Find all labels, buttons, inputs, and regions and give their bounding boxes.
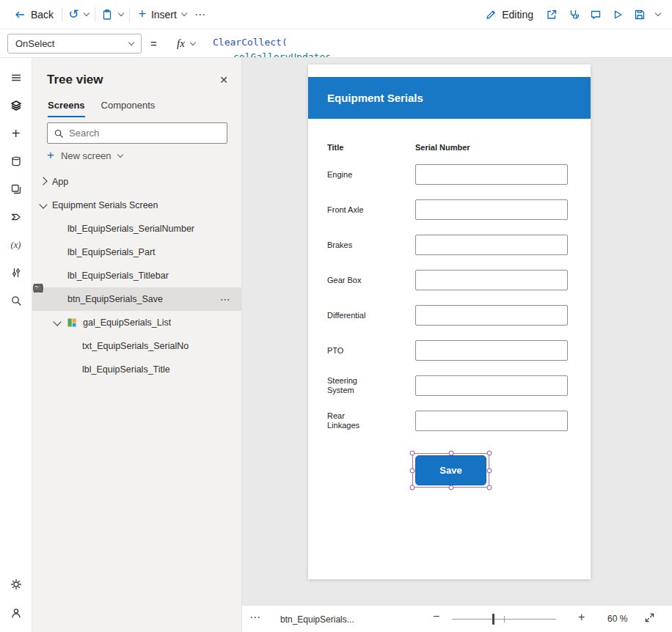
chevron-down-icon xyxy=(117,152,123,158)
gallery-row: Rear Linkages xyxy=(308,411,591,446)
selection-handle[interactable] xyxy=(448,485,453,490)
undo-dropdown-button[interactable] xyxy=(81,10,92,19)
serial-number-input[interactable] xyxy=(415,270,568,290)
selection-handle[interactable] xyxy=(487,468,492,473)
comments-button[interactable] xyxy=(587,5,605,24)
save-app-button[interactable] xyxy=(631,5,649,24)
fit-to-window-button[interactable] xyxy=(644,612,655,623)
advanced-tools-button[interactable] xyxy=(3,259,29,287)
tree-search-box xyxy=(47,122,227,144)
back-button[interactable]: Back xyxy=(9,5,59,24)
tree-item-label: App xyxy=(52,177,68,187)
more-commands-button[interactable]: ⋯ xyxy=(191,5,209,23)
selection-handle[interactable] xyxy=(487,485,492,490)
tree-item-screen[interactable]: Equipment Serials Screen xyxy=(32,194,241,217)
tree-item-label-serialnumber[interactable]: lbl_EquipSerials_SerialNumber xyxy=(32,217,241,240)
titlebar-label[interactable]: Equipment Serials xyxy=(308,77,591,119)
save-button[interactable]: Save xyxy=(415,455,486,485)
part-title-label[interactable]: Rear Linkages xyxy=(327,411,371,431)
part-title-label[interactable]: PTO xyxy=(327,340,371,361)
tree-item-label-part[interactable]: lbl_EquipSerials_Part xyxy=(32,240,241,264)
zoom-slider-handle[interactable] xyxy=(492,614,494,625)
selection-handle[interactable] xyxy=(487,451,492,456)
power-automate-button[interactable] xyxy=(3,203,29,231)
item-more-icon[interactable]: ⋯ xyxy=(220,293,241,305)
serial-number-input[interactable] xyxy=(415,411,568,431)
insert-rail-button[interactable]: + xyxy=(3,120,29,147)
selected-control-breadcrumb[interactable]: btn_EquipSerials... xyxy=(280,606,354,632)
tree-item-gallery[interactable]: gal_EquipSerials_List xyxy=(32,311,241,334)
serial-number-input[interactable] xyxy=(415,199,568,220)
undo-button[interactable]: ↺ xyxy=(65,4,81,24)
tree-item-textinput-serialno[interactable]: txt_EquipSerials_SerialNo xyxy=(32,334,241,358)
variables-button[interactable]: (x) xyxy=(3,231,29,259)
part-title-label[interactable]: Differential xyxy=(327,305,371,326)
app-checker-button[interactable] xyxy=(565,5,582,24)
column-header-serial[interactable]: Serial Number xyxy=(415,143,470,152)
tree-item-app[interactable]: App xyxy=(32,170,241,194)
search-rail-button[interactable] xyxy=(3,287,29,315)
tree-view-rail-button[interactable] xyxy=(3,92,29,120)
search-icon xyxy=(10,295,22,306)
selection-handle[interactable] xyxy=(448,451,453,456)
formula-editor[interactable]: ClearCollect( colGalleryUpdates xyxy=(213,29,672,57)
preview-app-button[interactable] xyxy=(609,5,627,24)
tree-item-label: lbl_EquipSerials_Title xyxy=(82,364,170,375)
variables-icon: (x) xyxy=(11,240,21,251)
part-title-label[interactable]: Engine xyxy=(327,164,371,185)
insert-button[interactable]: + Insert xyxy=(133,5,191,24)
tree-item-label-title[interactable]: lbl_EquipSerials_Title xyxy=(32,358,241,381)
new-screen-button[interactable]: + New screen xyxy=(47,150,123,161)
tree-item-button-save[interactable]: btn_EquipSerials_Save ⋯ xyxy=(32,287,241,311)
plus-icon: + xyxy=(138,7,146,21)
selection-handle[interactable] xyxy=(410,451,415,456)
paste-button[interactable] xyxy=(98,5,116,24)
tree-item-label: btn_EquipSerials_Save xyxy=(67,294,163,304)
part-title-label[interactable]: Steering System xyxy=(327,375,371,396)
selection-handle[interactable] xyxy=(410,468,415,473)
zoom-in-button[interactable]: + xyxy=(578,611,585,624)
tree-item-label: gal_EquipSerials_List xyxy=(83,317,171,328)
chevron-down-icon xyxy=(53,317,61,326)
editing-label: Editing xyxy=(502,9,533,21)
zoom-slider[interactable] xyxy=(452,606,556,632)
zoom-slider-tick xyxy=(504,616,505,622)
share-icon xyxy=(546,9,558,21)
app-screen[interactable]: Equipment Serials Title Serial Number En… xyxy=(308,65,591,579)
serial-number-input[interactable] xyxy=(415,235,568,255)
zoom-level[interactable]: 60 % xyxy=(607,614,627,624)
save-dropdown-button[interactable] xyxy=(653,10,663,19)
property-selector[interactable]: OnSelect xyxy=(7,34,142,54)
serial-number-input[interactable] xyxy=(415,305,568,326)
zoom-out-button[interactable]: − xyxy=(433,610,439,623)
selection-handle[interactable] xyxy=(410,485,415,490)
save-button-selection: Save xyxy=(412,453,489,488)
more-icon: ⋯ xyxy=(249,611,261,623)
canvas-area: Equipment Serials Title Serial Number En… xyxy=(242,58,672,605)
serial-number-input[interactable] xyxy=(415,164,568,185)
paste-dropdown-button[interactable] xyxy=(116,10,126,19)
hamburger-menu-button[interactable] xyxy=(3,64,29,92)
column-header-title[interactable]: Title xyxy=(327,143,343,152)
part-title-label[interactable]: Gear Box xyxy=(327,270,371,290)
chevron-down-icon xyxy=(190,40,196,45)
fx-selector[interactable]: fx xyxy=(177,37,195,50)
assistant-button[interactable] xyxy=(3,599,29,627)
share-button[interactable] xyxy=(543,5,560,24)
serial-number-input[interactable] xyxy=(415,340,568,361)
status-more-button[interactable]: ⋯ xyxy=(249,611,261,624)
close-panel-button[interactable]: ✕ xyxy=(216,73,231,87)
search-input[interactable] xyxy=(69,128,221,139)
save-button-label: Save xyxy=(439,465,461,476)
tab-components[interactable]: Components xyxy=(101,100,156,117)
data-rail-button[interactable] xyxy=(3,147,29,175)
part-title-label[interactable]: Brakes xyxy=(327,235,371,255)
editing-mode-button[interactable]: Editing xyxy=(480,5,538,24)
search-icon xyxy=(54,128,64,139)
settings-button[interactable] xyxy=(3,570,29,598)
serial-number-input[interactable] xyxy=(415,375,568,396)
part-title-label[interactable]: Front Axle xyxy=(327,199,371,220)
media-rail-button[interactable] xyxy=(3,175,29,203)
tab-screens[interactable]: Screens xyxy=(48,100,85,117)
tree-item-label-titlebar[interactable]: lbl_EquipSerials_Titlebar xyxy=(32,264,241,287)
